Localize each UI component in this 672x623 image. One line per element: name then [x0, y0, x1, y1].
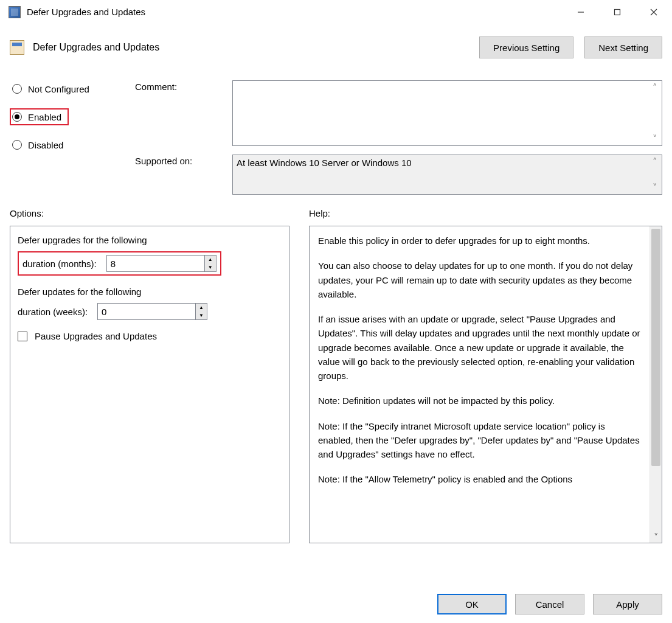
- radio-enabled[interactable]: Enabled: [10, 108, 69, 125]
- defer-upgrades-label-2: duration (months):: [23, 259, 97, 269]
- supported-label: Supported on:: [135, 155, 226, 195]
- spin-down-icon[interactable]: ▼: [196, 312, 207, 319]
- scroll-up-icon[interactable]: ˄: [649, 82, 660, 93]
- help-scrollbar[interactable]: ˅: [649, 226, 662, 543]
- cancel-button[interactable]: Cancel: [515, 594, 584, 614]
- spin-up-icon[interactable]: ▲: [196, 304, 207, 312]
- radio-label: Not Configured: [28, 84, 89, 94]
- options-panel: Defer upgrades for the following duratio…: [10, 226, 289, 543]
- defer-updates-label-1: Defer updates for the following: [18, 287, 282, 297]
- help-text: Note: If the "Allow Telemetry" policy is…: [318, 472, 641, 486]
- scroll-down-icon[interactable]: ˅: [649, 133, 660, 144]
- checkbox-icon[interactable]: [18, 332, 27, 341]
- defer-upgrades-input[interactable]: [106, 255, 205, 272]
- previous-setting-button[interactable]: Previous Setting: [479, 37, 573, 58]
- help-text: If an issue arises with an update or upg…: [318, 312, 641, 383]
- options-heading: Options:: [10, 208, 289, 218]
- defer-updates-input[interactable]: [97, 303, 196, 320]
- comment-label: Comment:: [135, 80, 226, 146]
- minimize-button[interactable]: [563, 0, 599, 24]
- defer-upgrades-row: duration (months): ▲ ▼: [18, 251, 221, 276]
- scroll-up-icon[interactable]: ˄: [649, 156, 660, 167]
- spin-down-icon[interactable]: ▼: [205, 263, 216, 271]
- radio-label: Disabled: [28, 140, 63, 150]
- maximize-button[interactable]: [599, 0, 636, 24]
- help-text: Note: If the "Specify intranet Microsoft…: [318, 419, 641, 462]
- spin-up-icon[interactable]: ▲: [205, 256, 216, 263]
- radio-circle-checked-icon: [12, 112, 22, 122]
- help-text: Note: Definition updates will not be imp…: [318, 394, 641, 408]
- apply-button[interactable]: Apply: [593, 594, 662, 614]
- next-setting-button[interactable]: Next Setting: [584, 37, 662, 58]
- radio-circle-icon: [12, 84, 22, 94]
- radio-circle-icon: [12, 140, 22, 150]
- comment-value: [233, 81, 662, 86]
- svg-rect-0: [615, 9, 620, 15]
- scrollbar-thumb[interactable]: [651, 229, 660, 466]
- window-title: Defer Upgrades and Updates: [27, 7, 563, 17]
- close-button[interactable]: [636, 0, 672, 24]
- help-text: You can also choose to delay updates for…: [318, 259, 641, 301]
- radio-disabled[interactable]: Disabled: [10, 136, 129, 153]
- help-heading: Help:: [309, 208, 662, 218]
- defer-upgrades-label-1: Defer upgrades for the following: [18, 235, 282, 245]
- pause-checkbox-row[interactable]: Pause Upgrades and Updates: [18, 331, 282, 341]
- titlebar: Defer Upgrades and Updates: [0, 0, 672, 24]
- defer-updates-spinner[interactable]: ▲ ▼: [97, 303, 207, 320]
- app-icon: [9, 6, 21, 18]
- defer-upgrades-spinner[interactable]: ▲ ▼: [106, 255, 216, 272]
- setting-name: Defer Upgrades and Updates: [33, 42, 159, 53]
- scroll-down-icon[interactable]: ˅: [649, 182, 660, 193]
- help-text: Enable this policy in order to defer upg…: [318, 234, 641, 248]
- ok-button[interactable]: OK: [437, 594, 507, 614]
- help-panel: Enable this policy in order to defer upg…: [309, 226, 662, 543]
- defer-updates-label-2: duration (weeks):: [18, 307, 88, 317]
- radio-label: Enabled: [28, 112, 61, 122]
- scroll-down-icon[interactable]: ˅: [650, 532, 662, 543]
- defer-updates-row: duration (weeks): ▲ ▼: [18, 303, 282, 320]
- setting-icon: [10, 40, 24, 55]
- supported-textarea: At least Windows 10 Server or Windows 10…: [232, 155, 662, 195]
- comment-textarea[interactable]: ˄ ˅: [232, 80, 662, 146]
- supported-value: At least Windows 10 Server or Windows 10: [233, 155, 662, 170]
- radio-not-configured[interactable]: Not Configured: [10, 80, 129, 97]
- pause-label: Pause Upgrades and Updates: [35, 331, 157, 341]
